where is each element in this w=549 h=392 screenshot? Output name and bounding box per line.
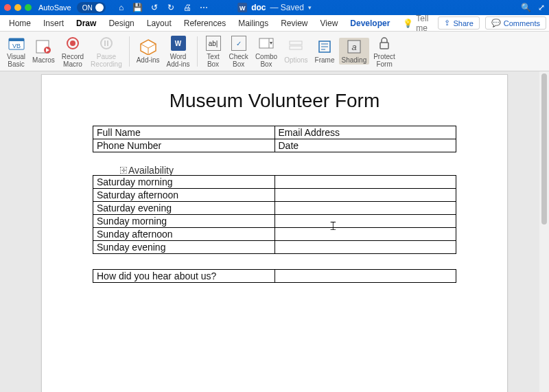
shading-button[interactable]: a Shading [339,38,370,65]
pause-icon [97,34,115,52]
table-move-handle-icon[interactable]: ✢ [120,167,127,174]
contact-table[interactable]: Full Name Email Address Phone Number Dat… [93,126,456,152]
title-chevron-down-icon[interactable]: ▾ [308,4,312,11]
autosave-label: AutoSave [38,3,71,12]
word-app-icon: W [237,3,247,12]
tab-review[interactable]: Review [274,16,314,31]
availability-slot-input[interactable] [274,189,456,202]
macros-button[interactable]: Macros [30,38,58,65]
close-window-button[interactable] [4,4,11,11]
redo-icon[interactable]: ↻ [166,3,176,12]
frame-button[interactable]: Frame [312,38,338,65]
comment-icon: 💬 [491,19,501,27]
tab-draw[interactable]: Draw [70,16,102,31]
comments-label: Comments [504,19,540,27]
svg-rect-12 [107,41,108,46]
options-icon [287,38,305,56]
hear-about-input-cell[interactable] [274,270,456,283]
document-name: doc [251,3,266,12]
tell-me-label: Tell me [416,14,438,33]
combo-box-button[interactable]: ComboBox [253,34,280,68]
svg-point-9 [70,41,75,46]
addins-button[interactable]: Add-ins [134,38,163,65]
autosave-state: ON [82,4,93,12]
tab-view[interactable]: View [314,16,344,31]
tab-design[interactable]: Design [102,16,140,31]
home-icon[interactable]: ⌂ [117,3,126,12]
phone-cell[interactable]: Phone Number [93,139,275,152]
pause-recording-button: PauseRecording [88,34,125,68]
protect-form-button[interactable]: ProtectForm [371,34,398,68]
comments-button[interactable]: 💬 Comments [485,16,546,30]
vertical-scrollbar[interactable] [539,71,549,392]
word-addins-button[interactable]: W WordAdd-ins [164,34,193,68]
zoom-window-button[interactable] [25,4,32,11]
availability-slot-input[interactable] [274,215,456,228]
search-icon[interactable]: 🔍 [521,3,531,12]
svg-text:VB: VB [12,43,21,49]
text-box-icon: ab| [205,34,222,52]
availability-slot-input[interactable] [274,202,456,215]
record-macro-icon [64,34,82,52]
minimize-window-button[interactable] [14,4,21,11]
svg-text:W: W [240,5,246,12]
check-box-icon: ✓ [230,34,248,52]
autosave-knob [95,3,104,12]
shading-icon: a [345,38,363,56]
check-box-button[interactable]: ✓ CheckBox [226,34,251,68]
date-cell[interactable]: Date [274,139,456,152]
tab-home[interactable]: Home [3,16,37,31]
ribbon-mode-icon[interactable]: ⤢ [538,3,545,12]
window-controls [4,4,32,11]
availability-slot-input[interactable] [274,228,456,241]
document-status: — Saved [270,3,303,12]
availability-slot-label[interactable]: Saturday morning [93,176,275,189]
undo-icon[interactable]: ↺ [150,3,159,12]
addins-icon [139,38,157,56]
tab-developer[interactable]: Developer [344,16,396,31]
email-cell[interactable]: Email Address [274,126,456,139]
svg-text:a: a [351,42,356,52]
tab-insert[interactable]: Insert [37,16,70,31]
lightbulb-icon: 💡 [403,19,413,28]
availability-table[interactable]: Saturday morningSaturday afternoonSaturd… [93,175,456,254]
record-macro-button[interactable]: RecordMacro [59,34,86,68]
visual-basic-button[interactable]: VB VisualBasic [4,34,28,68]
macros-icon [34,38,52,56]
text-box-button[interactable]: ab| TextBox [202,34,225,68]
combo-box-icon [257,34,275,52]
scrollbar-thumb[interactable] [541,73,547,224]
availability-slot-label[interactable]: Sunday afternoon [93,228,275,241]
tab-mailings[interactable]: Mailings [232,16,274,31]
hear-about-table[interactable]: How did you hear about us? [93,269,456,283]
tab-layout[interactable]: Layout [141,16,178,31]
availability-slot-label[interactable]: Saturday evening [93,202,275,215]
document-page[interactable]: Museum Volunteer Form Full Name Email Ad… [41,74,508,392]
svg-rect-18 [290,41,302,45]
availability-slot-label[interactable]: Sunday evening [93,241,275,254]
tell-me-search[interactable]: 💡 Tell me [403,14,438,33]
svg-rect-26 [380,43,388,49]
more-icon[interactable]: ⋯ [199,3,209,12]
save-icon[interactable]: 💾 [133,3,143,12]
availability-slot-input[interactable] [274,241,456,254]
availability-slot-label[interactable]: Saturday afternoon [93,189,275,202]
availability-slot-label[interactable]: Sunday morning [93,215,275,228]
svg-rect-19 [290,46,302,49]
share-label: Share [453,19,473,27]
lock-icon [375,34,393,52]
autosave-toggle[interactable]: ON [77,2,106,13]
hear-about-cell[interactable]: How did you hear about us? [93,270,275,283]
tab-references[interactable]: References [178,16,232,31]
print-icon[interactable]: 🖨 [183,3,192,12]
full-name-cell[interactable]: Full Name [93,126,275,139]
document-scroll-area[interactable]: Museum Volunteer Form Full Name Email Ad… [0,71,549,392]
visual-basic-icon: VB [8,34,25,52]
frame-icon [316,38,334,56]
options-button: Options [281,38,310,65]
share-button[interactable]: ⇪ Share [438,16,479,30]
ribbon: VB VisualBasic Macros RecordMacro PauseR… [0,32,549,71]
form-title: Museum Volunteer Form [83,90,466,112]
availability-label: Availability [128,165,174,176]
availability-slot-input[interactable] [274,176,456,189]
